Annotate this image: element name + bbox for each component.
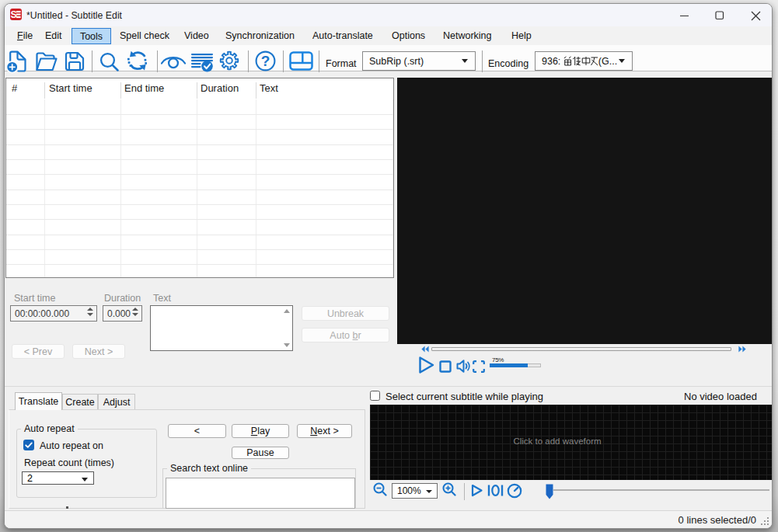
svg-text:?: ?	[261, 53, 270, 69]
svg-text:S: S	[11, 9, 17, 20]
